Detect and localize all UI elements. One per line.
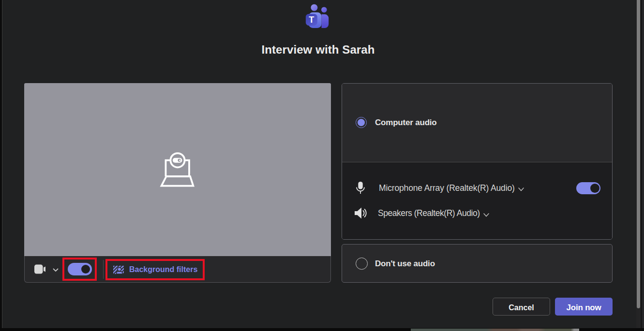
svg-text:T: T bbox=[309, 15, 314, 25]
